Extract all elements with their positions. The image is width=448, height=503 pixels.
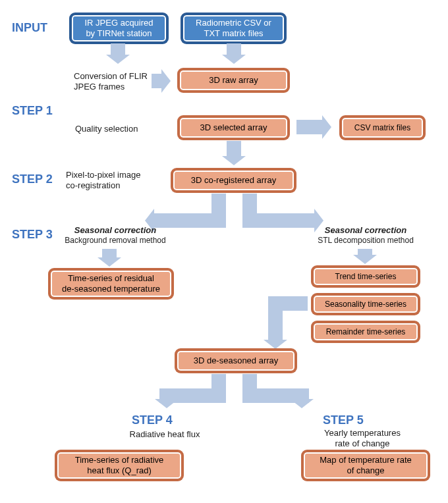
label-quality: Quality selection [75,124,154,134]
label-seasonal-right-sub: STL decomposition method [303,236,428,245]
label-seasonal-left-title: Seasonal correction [63,225,168,236]
arrow [358,249,372,257]
arrow [296,120,324,134]
box-3d-coreg: 3D co-registered array [173,170,294,191]
arrow [227,141,241,158]
arrow [152,74,163,88]
label-radiative: Radiative heat flux [119,429,211,440]
label-conversion: Conversion of FLIRJPEG frames [74,71,159,92]
box-remainder: Remainder time-series [313,323,418,341]
box-input-csv: Radiometric CSV orTXT matrix files [182,14,285,42]
arrow [111,43,125,57]
label-seasonal-left-sub: Background removal method [53,236,178,245]
label-seasonal-right-title: Seasonal correction [310,225,422,236]
box-residual: Time-series of residualde-seasoned tempe… [50,270,172,298]
label-yearly: Yearly temperaturesrate of change [310,428,415,448]
box-3d-deseasoned: 3D de-seasoned array [177,350,295,371]
label-step4: STEP 4 [132,413,173,427]
box-seasonality: Seasonality time-series [313,295,418,313]
label-input: INPUT [12,21,47,35]
label-coreg: Pixel-to-pixel imageco-registration [66,170,165,190]
label-step1: STEP 1 [12,104,53,118]
box-3d-raw: 3D raw array [179,70,288,91]
box-map: Map of temperature rateof change [303,452,428,479]
arrow [227,43,241,57]
arrow [102,249,117,259]
box-trend: Trend time-series [313,267,418,286]
box-qrad: Time-series of radiativeheat flux (Q_rad… [57,452,182,479]
label-step5: STEP 5 [323,413,364,427]
label-step2: STEP 2 [12,172,53,186]
flowchart-canvas: INPUT STEP 1 STEP 2 STEP 3 STEP 4 STEP 5… [0,0,448,503]
box-3d-selected: 3D selected array [179,117,288,138]
box-input-ir: IR JPEG acquiredby TIRNet station [71,14,167,42]
box-csv-out: CSV matrix files [341,117,424,138]
label-step3: STEP 3 [12,228,53,242]
